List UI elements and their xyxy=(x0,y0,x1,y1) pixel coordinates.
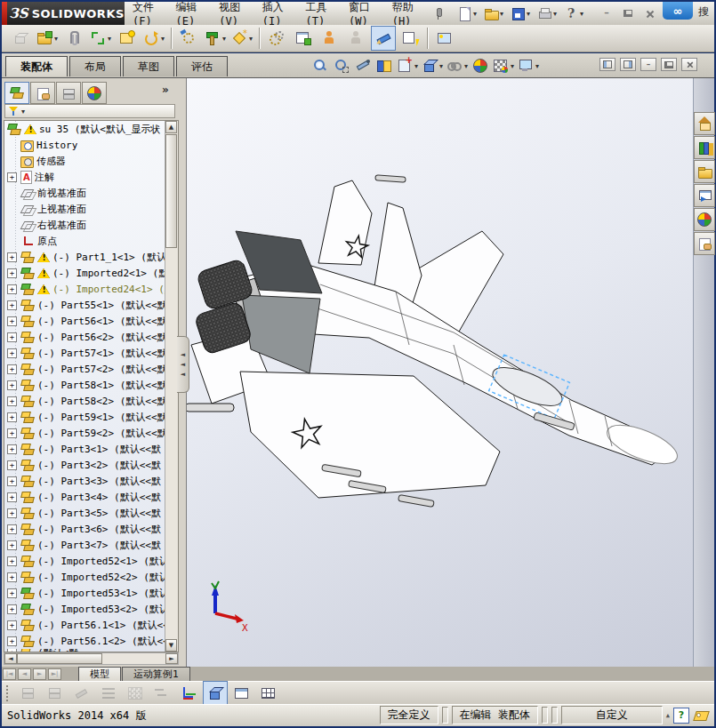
tag-icon[interactable] xyxy=(693,709,709,722)
save-document-button[interactable]: ▾ xyxy=(508,3,533,24)
expand-toggle[interactable]: + xyxy=(7,364,17,374)
apply-scene-button[interactable]: ▾ xyxy=(491,56,516,76)
appearances-scenes-button[interactable] xyxy=(694,208,715,231)
pane-right-button[interactable] xyxy=(620,58,636,71)
expand-toggle[interactable]: + xyxy=(7,412,17,422)
tree-item[interactable]: +(-) Part55<1> (默认<<默 xyxy=(4,297,165,313)
design-library-button[interactable] xyxy=(694,136,715,159)
expand-toggle[interactable]: + xyxy=(7,460,17,470)
expand-arrow-icon[interactable]: ▲ xyxy=(666,712,670,719)
expand-toggle[interactable]: + xyxy=(7,380,17,390)
expand-toggle[interactable]: + xyxy=(7,284,17,294)
panel-tab-configurationmanager[interactable] xyxy=(56,82,81,104)
tree-item[interactable]: +(默认<默 xyxy=(4,649,165,652)
expand-toggle[interactable]: + xyxy=(7,588,17,598)
first-tab-button[interactable]: |◄ xyxy=(3,668,16,680)
solidworks-search-button[interactable]: ∞ xyxy=(663,2,693,20)
expand-toggle[interactable]: + xyxy=(7,396,17,406)
tree-item[interactable]: +(-) Part3<6> (默认<<默 xyxy=(4,521,165,537)
tree-item[interactable]: 前视基准面 xyxy=(4,185,165,201)
dropdown-icon[interactable]: ▾ xyxy=(535,62,539,70)
custom-properties-button[interactable] xyxy=(694,232,715,255)
dropdown-icon[interactable]: ▾ xyxy=(527,10,530,18)
tree-item[interactable]: +(-) Part59<2> (默认<<默 xyxy=(4,425,165,441)
doc-tab-运动算例1[interactable]: 运动算例1 xyxy=(122,667,190,681)
filter-solid-bodies-button[interactable] xyxy=(203,681,228,706)
smart-fasteners-button[interactable] xyxy=(115,26,140,51)
tree-root[interactable]: su 35 (默认<默认_显示状 xyxy=(4,121,165,137)
tree-item[interactable]: +(-) Part56<2> (默认<<默 xyxy=(4,329,165,345)
filter-multi-view-button[interactable] xyxy=(256,681,281,706)
minimize-app-button[interactable]: – xyxy=(599,8,615,20)
dropdown-icon[interactable]: ▾ xyxy=(553,10,557,18)
expand-toggle[interactable]: + xyxy=(7,620,17,630)
graphics-viewport[interactable]: X xyxy=(187,78,693,667)
tree-item[interactable]: 原点 xyxy=(4,233,165,249)
help-button[interactable]: ▾ xyxy=(561,3,586,24)
tree-item[interactable]: +(-) Part3<1> (默认<<默 xyxy=(4,441,165,457)
tree-item[interactable]: +(-) Part59<1> (默认<<默 xyxy=(4,409,165,425)
hide-show-items-button[interactable]: ▾ xyxy=(445,56,470,76)
toolbar-grip[interactable] xyxy=(5,684,10,702)
dropdown-icon[interactable]: ▾ xyxy=(439,62,443,70)
dropdown-icon[interactable]: ▾ xyxy=(580,10,583,18)
restore-doc-button[interactable] xyxy=(661,58,677,71)
dropdown-icon[interactable]: ▾ xyxy=(249,35,253,43)
tree-item[interactable]: History xyxy=(4,137,165,153)
expand-toggle[interactable]: + xyxy=(7,572,17,582)
expand-toggle[interactable]: + xyxy=(7,348,17,358)
scroll-thumb[interactable] xyxy=(165,134,177,248)
zoom-to-fit-button[interactable] xyxy=(310,56,331,76)
tree-item[interactable]: +注解 xyxy=(4,169,165,185)
tree-item[interactable]: +(-) Part58<2> (默认<<默 xyxy=(4,393,165,409)
expand-toggle[interactable]: + xyxy=(7,300,17,310)
panel-tab-displaymanager[interactable] xyxy=(82,82,107,104)
expand-toggle[interactable]: + xyxy=(7,444,17,454)
assembly-features-button[interactable]: ▾ xyxy=(203,26,228,51)
bill-of-materials-button[interactable] xyxy=(291,26,316,51)
tree-filter-bar[interactable]: ▾ xyxy=(4,104,175,118)
expand-toggle[interactable]: + xyxy=(7,636,17,646)
dropdown-icon[interactable]: ▾ xyxy=(161,35,165,43)
expand-toggle[interactable]: + xyxy=(7,316,17,326)
panel-splitter-tab[interactable]: ◄ ◄ ◄ xyxy=(177,336,189,393)
expand-toggle[interactable]: + xyxy=(7,332,17,342)
expand-toggle[interactable]: + xyxy=(7,604,17,614)
tree-item[interactable]: +(-) Part56.1<2> (默认<< xyxy=(4,633,165,649)
view-palette-button[interactable] xyxy=(694,184,715,207)
expand-toggle[interactable]: + xyxy=(7,649,17,652)
close-app-button[interactable] xyxy=(641,8,657,20)
minimize-doc-button[interactable]: – xyxy=(640,58,656,71)
file-explorer-button[interactable] xyxy=(694,160,715,183)
next-tab-button[interactable]: ► xyxy=(33,668,46,680)
tree-item[interactable]: +(-) Imported52<1> (默认 xyxy=(4,553,165,569)
dropdown-icon[interactable]: ▾ xyxy=(108,35,111,43)
tree-item[interactable]: +(-) Part56.1<1> (默认<< xyxy=(4,617,165,633)
expand-toggle[interactable]: + xyxy=(7,268,17,278)
insert-component-button[interactable]: ▾ xyxy=(35,26,60,51)
expand-toggle[interactable]: + xyxy=(7,476,17,486)
tree-item[interactable]: +(-) Part57<2> (默认<<默 xyxy=(4,361,165,377)
customize-button[interactable]: 自定义 xyxy=(561,706,663,724)
last-tab-button[interactable]: ►| xyxy=(48,668,61,680)
dropdown-icon[interactable]: ▾ xyxy=(54,35,58,43)
panel-tab-propertymanager[interactable] xyxy=(30,82,55,104)
quick-tips-button[interactable]: ? xyxy=(673,708,689,724)
expand-toggle[interactable]: + xyxy=(7,556,17,566)
expand-toggle[interactable]: + xyxy=(7,492,17,502)
expand-toggle[interactable]: + xyxy=(7,540,17,550)
dropdown-icon[interactable]: ▾ xyxy=(414,62,418,70)
filter-single-view-button[interactable] xyxy=(229,681,254,706)
display-style-button[interactable]: ▾ xyxy=(420,56,445,76)
tree-item[interactable]: +(-) Part57<1> (默认<<默 xyxy=(4,345,165,361)
open-document-button[interactable]: ▾ xyxy=(481,3,506,24)
previous-view-button[interactable] xyxy=(352,56,374,76)
print-document-button[interactable]: ▾ xyxy=(535,3,559,24)
tree-item[interactable]: +(-) Imported52<2> (默认 xyxy=(4,569,165,585)
tree-vertical-scrollbar[interactable]: ▲ ▼ xyxy=(165,121,178,652)
tree-item[interactable]: +(-) Part1_1<1> (默认 xyxy=(4,249,165,265)
expand-toggle[interactable]: + xyxy=(7,252,17,262)
panel-overflow-button[interactable]: » xyxy=(162,84,169,96)
panel-tab-featuremanager-design-tree[interactable] xyxy=(4,82,29,104)
scroll-right-button[interactable]: ► xyxy=(165,653,178,664)
